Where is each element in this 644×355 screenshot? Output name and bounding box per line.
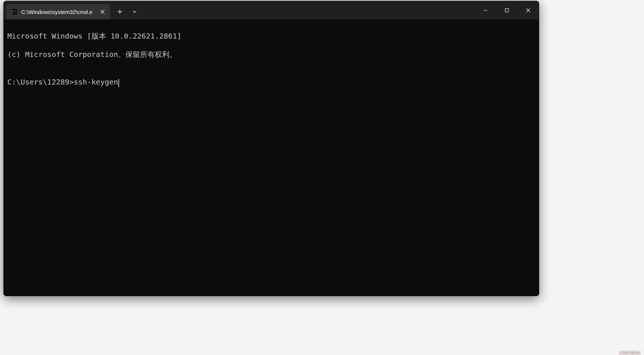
cmd-icon: C:\ (11, 8, 18, 15)
output-line: Microsoft Windows [版本 10.0.22621.2861] (7, 32, 535, 41)
output-line: (c) Microsoft Corporation。保留所有权利。 (7, 50, 535, 59)
window-controls (475, 1, 539, 19)
tab-dropdown-button[interactable] (128, 4, 141, 19)
tab-strip: C:\ C:\Windows\system32\cmd.e (4, 1, 110, 19)
svg-rect-8 (505, 9, 509, 12)
terminal-output[interactable]: Microsoft Windows [版本 10.0.22621.2861] (… (4, 19, 539, 296)
tab-actions (110, 1, 141, 19)
terminal-window: C:\ C:\Windows\system32\cmd.e (3, 1, 539, 296)
prompt-line: C:\Users\12289>ssh-keygen (7, 78, 535, 87)
minimize-button[interactable] (475, 1, 496, 19)
tab-cmd[interactable]: C:\ C:\Windows\system32\cmd.e (7, 4, 110, 19)
title-bar-drag-area[interactable] (141, 1, 475, 19)
close-window-button[interactable] (518, 1, 539, 19)
new-tab-button[interactable] (112, 4, 128, 19)
text-cursor (118, 79, 119, 87)
prompt-path: C:\Users\12289> (7, 78, 74, 86)
typed-command: ssh-keygen (74, 78, 118, 86)
tab-close-button[interactable] (99, 8, 107, 16)
tab-title: C:\Windows\system32\cmd.e (21, 9, 95, 15)
title-bar[interactable]: C:\ C:\Windows\system32\cmd.e (4, 1, 539, 19)
svg-text:C:\: C:\ (12, 10, 17, 13)
maximize-button[interactable] (496, 1, 518, 19)
watermark: CSDN @lzss (619, 351, 641, 355)
